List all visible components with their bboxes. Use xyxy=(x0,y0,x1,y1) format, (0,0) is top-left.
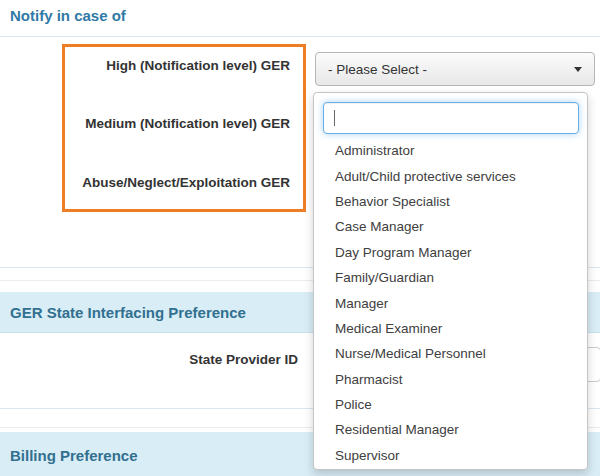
label-medium-notification-ger: Medium (Notification level) GER xyxy=(0,116,290,131)
dropdown-option[interactable]: Family/Guardian xyxy=(314,265,587,290)
text-cursor xyxy=(334,110,335,126)
preferences-form: Notify in case of High (Notification lev… xyxy=(0,0,600,476)
divider xyxy=(0,36,600,37)
dropdown-option[interactable]: Behavior Specialist xyxy=(314,189,587,214)
page-title: Notify in case of xyxy=(10,7,126,24)
section-header-label: GER State Interfacing Preference xyxy=(10,304,246,321)
dropdown-option[interactable]: Day Program Manager xyxy=(314,240,587,265)
select-button-value: - Please Select - xyxy=(328,62,427,77)
dropdown-option[interactable]: Manager xyxy=(314,290,587,315)
label-abuse-neglect-exploitation-ger: Abuse/Neglect/Exploitation GER xyxy=(0,175,290,190)
dropdown-option[interactable]: Supervisor xyxy=(314,443,587,468)
dropdown-option[interactable]: Residential Manager xyxy=(314,417,587,442)
dropdown-option[interactable]: Administrator xyxy=(314,138,587,163)
dropdown-panel: AdministratorAdult/Child protective serv… xyxy=(313,92,588,470)
high-notification-ger-select-button[interactable]: - Please Select - xyxy=(315,52,595,86)
dropdown-option[interactable]: Medical Examiner xyxy=(314,316,587,341)
label-state-provider-id: State Provider ID xyxy=(0,352,298,367)
section-header-label: Billing Preference xyxy=(10,447,138,464)
label-high-notification-ger: High (Notification level) GER xyxy=(0,58,290,73)
dropdown-search-wrap xyxy=(323,102,579,134)
dropdown-search-input[interactable] xyxy=(323,102,579,134)
dropdown-option[interactable]: Adult/Child protective services xyxy=(314,163,587,188)
dropdown-option[interactable]: Nurse/Medical Personnel xyxy=(314,341,587,366)
caret-down-icon xyxy=(574,67,582,72)
dropdown-option[interactable]: Police xyxy=(314,392,587,417)
dropdown-option[interactable]: Case Manager xyxy=(314,214,587,239)
dropdown-option[interactable]: Pharmacist xyxy=(314,367,587,392)
dropdown-option-list: AdministratorAdult/Child protective serv… xyxy=(314,138,587,468)
